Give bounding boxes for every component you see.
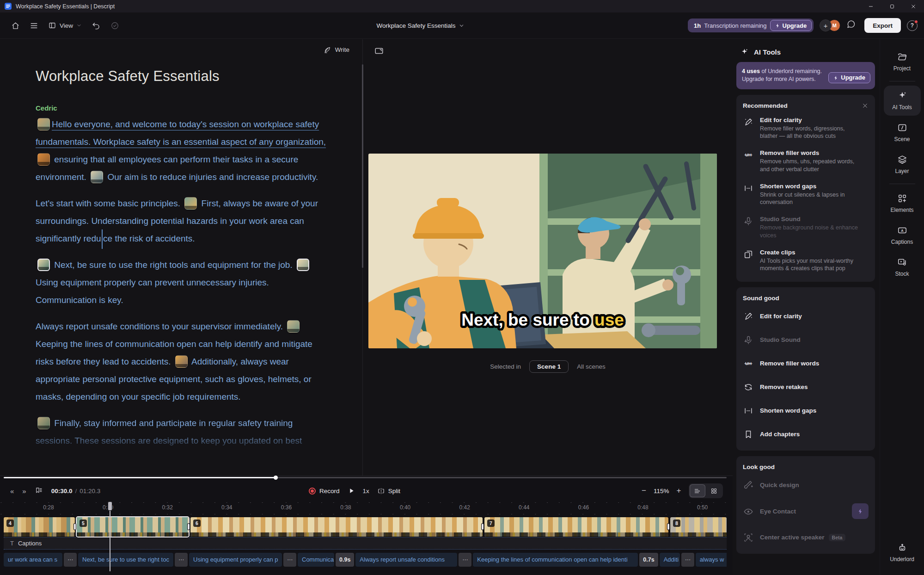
upgrade-button[interactable]: Upgrade	[828, 72, 870, 83]
transcript-text[interactable]: Always report unsafe conditions to your …	[36, 322, 285, 331]
help-button[interactable]: ?	[907, 20, 918, 31]
upgrade-button[interactable]: Upgrade	[770, 20, 812, 31]
view-menu[interactable]: View	[44, 18, 86, 33]
ai-apply-button[interactable]	[852, 503, 869, 519]
video-clip[interactable]: 6	[190, 517, 483, 537]
sidebar-item-project[interactable]: Project	[884, 47, 921, 77]
sidebar-item-ai-tools[interactable]: AI Tools	[884, 86, 921, 116]
clip-handle[interactable]	[667, 524, 669, 530]
more-chip[interactable]: ⋯	[64, 553, 77, 567]
clip-handle[interactable]	[74, 524, 76, 530]
video-clip[interactable]: 7	[484, 517, 668, 537]
gap-duration-chip[interactable]: 0.9s	[336, 553, 354, 567]
ai-tool-studio-sound[interactable]: Studio Sound	[743, 328, 869, 352]
sidebar-item-layer[interactable]: Layer	[884, 149, 921, 179]
more-chip[interactable]: ⋯	[681, 553, 694, 567]
scene-thumbnail[interactable]	[297, 259, 309, 271]
caption-clip[interactable]: Using equipment properly can p	[189, 553, 282, 567]
timeline-scroll-knob[interactable]	[274, 476, 278, 480]
minimize-button[interactable]	[860, 0, 881, 12]
playhead-handle[interactable]	[108, 501, 112, 511]
close-recommended-icon[interactable]	[862, 102, 869, 109]
track-view-button[interactable]	[690, 484, 705, 497]
play-button[interactable]	[348, 487, 355, 495]
caption-clip[interactable]: Communica	[298, 553, 334, 567]
captions-track-header[interactable]: T Captions	[4, 537, 727, 550]
scene-thumbnail[interactable]	[91, 171, 103, 183]
more-chip[interactable]: ⋯	[283, 553, 296, 567]
caption-clip[interactable]: always w	[696, 553, 727, 567]
transcript-paragraph[interactable]: Always report unsafe conditions to your …	[36, 318, 328, 406]
caption-clip[interactable]: Always report unsafe conditions	[355, 553, 457, 567]
caption-clip[interactable]: ur work area can s	[4, 553, 62, 567]
write-button[interactable]: Write	[324, 46, 349, 54]
ai-tool-studio-sound[interactable]: Studio SoundRemove background noise & en…	[743, 211, 869, 244]
record-button[interactable]: Record	[309, 488, 340, 495]
sidebar-item-scene[interactable]: Scene	[884, 117, 921, 148]
skip-forward-button[interactable]: »	[22, 487, 26, 495]
speaker-label[interactable]: Cedric	[36, 104, 337, 112]
playhead[interactable]	[110, 502, 110, 571]
ai-tool-add-chapters[interactable]: Add chapters	[743, 422, 869, 446]
all-scenes-button[interactable]: All scenes	[577, 363, 606, 370]
scene-thumbnail[interactable]	[37, 153, 50, 166]
skip-back-button[interactable]: «	[10, 487, 14, 495]
sidebar-item-stock[interactable]: Stock	[884, 252, 921, 282]
scene-thumbnail[interactable]	[175, 355, 188, 368]
caption-overlay[interactable]: Next, be sure to use	[461, 310, 624, 329]
caption-clip[interactable]: Keeping the lines of communication open …	[473, 553, 638, 567]
transcript-text[interactable]: Let's start with some basic principles.	[36, 198, 183, 208]
transcript-text[interactable]: Finally, stay informed and participate i…	[36, 418, 302, 445]
ai-tool-shorten-word-gaps[interactable]: Shorten word gapsShrink or cut silences …	[743, 178, 869, 211]
script-editor[interactable]: Write Workplace Safety Essentials Cedric…	[0, 39, 362, 476]
close-button[interactable]	[903, 0, 924, 12]
caption-clip[interactable]: Additi	[660, 553, 680, 567]
scene-thumbnail[interactable]	[37, 417, 50, 429]
ai-tool-edit-for-clarity[interactable]: Edit for clarity	[743, 304, 869, 328]
scene-thumbnail[interactable]	[287, 320, 300, 333]
clip-handle[interactable]	[188, 524, 190, 530]
maximize-button[interactable]	[881, 0, 903, 12]
transcript-paragraph[interactable]: Finally, stay informed and participate i…	[36, 414, 328, 450]
video-clip[interactable]: 5	[77, 517, 189, 537]
ai-tool-edit-for-clarity[interactable]: Edit for clarityRemove filler words, dig…	[743, 112, 869, 145]
comments-button[interactable]	[846, 19, 858, 31]
timeline-scrollbar[interactable]	[4, 477, 727, 478]
caption-clip[interactable]: Next, be sure to use the right toc	[78, 553, 173, 567]
export-button[interactable]: Export	[864, 18, 901, 33]
playback-speed-button[interactable]: 1x	[363, 488, 369, 495]
transcript-text[interactable]: ce the risk of accidents.	[103, 234, 195, 243]
zoom-in-button[interactable]: +	[675, 486, 683, 495]
home-button[interactable]	[7, 18, 23, 33]
transcript-text[interactable]: Our aim is to reduce injuries and increa…	[105, 172, 318, 182]
scene-thumbnail[interactable]	[37, 259, 50, 271]
ai-tool-remove-retakes[interactable]: Remove retakes	[743, 375, 869, 399]
ai-tool-eye-contact[interactable]: Eye Contact	[743, 497, 869, 526]
transcript-paragraph[interactable]: Hello everyone, and welcome to today's s…	[36, 116, 328, 186]
transcript-text[interactable]: Next, be sure to use the right tools and…	[52, 260, 295, 270]
sidebar-item-underlord[interactable]: Underlord	[884, 538, 921, 568]
transcript-paragraph[interactable]: Let's start with some basic principles. …	[36, 195, 328, 247]
zoom-level[interactable]: 115%	[654, 488, 669, 495]
transcript-text[interactable]: Using equipment properly can prevent unn…	[36, 278, 269, 305]
undo-button[interactable]	[88, 18, 104, 33]
menu-button[interactable]	[26, 18, 42, 33]
zoom-out-button[interactable]: −	[640, 486, 648, 495]
canvas-size-icon[interactable]	[374, 46, 384, 56]
more-chip[interactable]: ⋯	[459, 553, 471, 567]
transcript-text[interactable]: Hello everyone, and welcome to today's s…	[36, 119, 326, 147]
video-clip[interactable]: 8	[670, 517, 727, 537]
ai-tool-center-active-speaker[interactable]: Center active speakerBeta	[743, 526, 869, 549]
document-title-menu[interactable]: Workplace Safety Essentials	[358, 22, 483, 29]
ai-tool-create-clips[interactable]: Create clipsAI Tools picks your most vir…	[743, 244, 869, 278]
transcript-paragraph[interactable]: Next, be sure to use the right tools and…	[36, 256, 328, 309]
publish-check-button[interactable]	[107, 18, 122, 33]
marker-list-icon[interactable]	[35, 487, 43, 495]
grid-view-button[interactable]	[706, 484, 722, 497]
gap-duration-chip[interactable]: 0.7s	[639, 553, 658, 567]
scene-thumbnail[interactable]	[184, 197, 197, 210]
sidebar-item-elements[interactable]: Elements	[884, 188, 921, 218]
video-preview[interactable]: Next, be sure to use	[368, 154, 717, 348]
more-chip[interactable]: ⋯	[175, 553, 188, 567]
sidebar-item-captions[interactable]: ACaptions	[884, 220, 921, 250]
